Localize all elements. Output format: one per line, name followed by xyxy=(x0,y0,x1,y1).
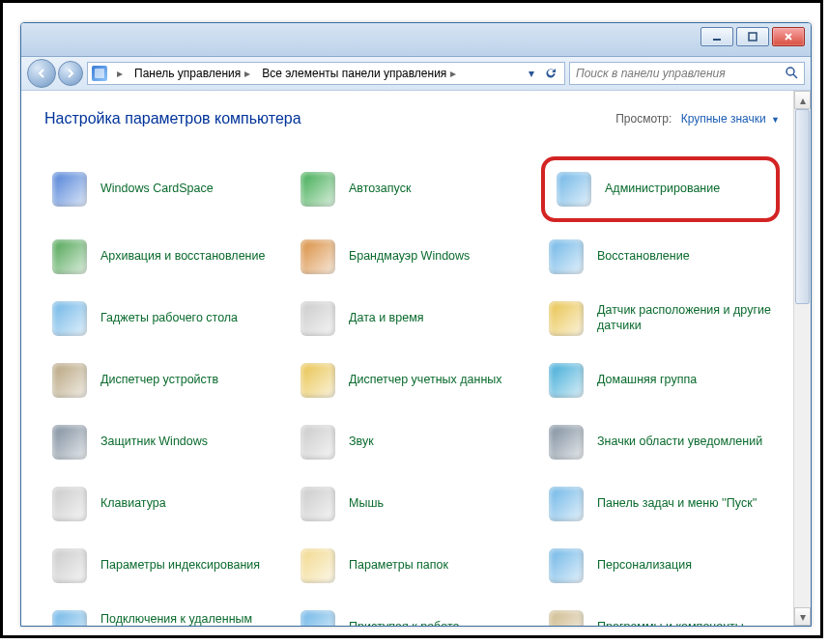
cp-item-recovery[interactable]: Восстановление xyxy=(541,230,780,284)
breadcrumb-seg[interactable]: Все элементы панели управления▸ xyxy=(258,63,460,84)
breadcrumb-seg[interactable]: Панель управления▸ xyxy=(130,63,254,84)
cp-item-notify[interactable]: Значки области уведомлений xyxy=(541,415,780,469)
svg-point-2 xyxy=(786,68,794,75)
control-panel-window: ▸ Панель управления▸ Все элементы панели… xyxy=(20,22,812,627)
cp-item-label[interactable]: Панель задач и меню ''Пуск'' xyxy=(597,496,757,512)
cp-item-indexing[interactable]: Параметры индексирования xyxy=(44,539,283,593)
control-panel-icon xyxy=(92,66,107,81)
cp-item-backup[interactable]: Архивация и восстановление xyxy=(44,230,283,284)
navigation-bar: ▸ Панель управления▸ Все элементы панели… xyxy=(21,57,811,91)
cp-item-label[interactable]: Архивация и восстановление xyxy=(100,249,265,265)
screenshot-frame: ▸ Панель управления▸ Все элементы панели… xyxy=(0,0,823,638)
autoplay-icon xyxy=(299,170,337,209)
notify-icon xyxy=(547,423,586,462)
indexing-icon xyxy=(50,546,89,585)
cp-item-taskbar[interactable]: Панель задач и меню ''Пуск'' xyxy=(541,477,780,531)
cp-item-autoplay[interactable]: Автозапуск xyxy=(293,156,531,222)
sensor-icon xyxy=(547,299,586,338)
cp-item-firewall[interactable]: Брандмауэр Windows xyxy=(293,230,531,284)
cp-item-label[interactable]: Подключения к удаленным рабочим xyxy=(100,612,277,626)
scrollbar-thumb[interactable] xyxy=(795,109,810,304)
chevron-down-icon: ▼ xyxy=(771,115,780,125)
devicemgr-icon xyxy=(50,361,89,400)
cp-item-sound[interactable]: Звук xyxy=(293,415,531,469)
search-placeholder: Поиск в панели управления xyxy=(576,67,726,80)
datetime-icon xyxy=(299,299,337,338)
cp-item-label[interactable]: Мышь xyxy=(349,496,384,512)
cp-item-label[interactable]: Дата и время xyxy=(349,311,424,326)
cp-item-label[interactable]: Звук xyxy=(349,434,374,450)
cp-item-label[interactable]: Значки области уведомлений xyxy=(597,434,762,450)
cp-item-label[interactable]: Брандмауэр Windows xyxy=(349,249,470,265)
cp-item-label[interactable]: Параметры папок xyxy=(349,558,448,574)
search-input[interactable]: Поиск в панели управления xyxy=(569,62,805,85)
nav-buttons xyxy=(27,59,83,88)
folderopts-icon xyxy=(299,546,337,585)
cp-item-datetime[interactable]: Дата и время xyxy=(293,292,531,346)
forward-button[interactable] xyxy=(58,61,83,86)
items-grid: Windows CardSpaceАвтозапускАдминистриров… xyxy=(44,156,780,626)
search-icon xyxy=(785,66,798,82)
cp-item-label[interactable]: Клавиатура xyxy=(100,496,166,512)
cp-item-personalize[interactable]: Персонализация xyxy=(541,539,780,593)
cp-item-label[interactable]: Параметры индексирования xyxy=(100,558,260,574)
cp-item-devicemgr[interactable]: Диспетчер устройств xyxy=(44,353,283,407)
content-area: Настройка параметров компьютера Просмотр… xyxy=(21,91,793,626)
cp-item-getstarted[interactable]: Приступая к работе xyxy=(293,601,531,626)
scroll-down-button[interactable]: ▾ xyxy=(794,607,811,626)
cp-item-label[interactable]: Домашняя группа xyxy=(597,373,697,388)
cp-item-label[interactable]: Диспетчер учетных данных xyxy=(349,373,502,388)
address-bar[interactable]: ▸ Панель управления▸ Все элементы панели… xyxy=(87,62,565,85)
cardspace-icon xyxy=(50,170,89,209)
cp-item-label[interactable]: Защитник Windows xyxy=(100,434,208,450)
maximize-button[interactable] xyxy=(736,27,769,46)
personalize-icon xyxy=(547,546,586,585)
breadcrumb-seg[interactable]: ▸ xyxy=(111,63,127,84)
cp-item-keyboard[interactable]: Клавиатура xyxy=(44,477,283,531)
view-selector[interactable]: Просмотр: Крупные значки ▼ xyxy=(615,112,780,126)
cp-item-label[interactable]: Приступая к работе xyxy=(349,620,459,626)
cp-item-label[interactable]: Администрирование xyxy=(605,182,720,197)
getstarted-icon xyxy=(299,608,337,626)
page-title: Настройка параметров компьютера xyxy=(44,110,301,127)
cp-item-label[interactable]: Windows CardSpace xyxy=(100,182,214,197)
back-button[interactable] xyxy=(27,59,56,88)
cp-item-credmgr[interactable]: Диспетчер учетных данных xyxy=(293,353,531,407)
cp-item-defender[interactable]: Защитник Windows xyxy=(44,415,283,469)
content-header: Настройка параметров компьютера Просмотр… xyxy=(44,110,780,127)
cp-item-label[interactable]: Программы и компоненты xyxy=(597,620,744,626)
mouse-icon xyxy=(299,485,337,523)
cp-item-mouse[interactable]: Мышь xyxy=(293,477,531,531)
svg-rect-0 xyxy=(713,39,721,41)
programs-icon xyxy=(547,608,586,626)
cp-item-cardspace[interactable]: Windows CardSpace xyxy=(44,156,283,222)
cp-item-admin[interactable]: Администрирование xyxy=(549,162,772,216)
scroll-up-button[interactable]: ▴ xyxy=(794,91,811,109)
vertical-scrollbar[interactable]: ▴ ▾ xyxy=(793,91,811,626)
cp-item-folderopts[interactable]: Параметры папок xyxy=(293,539,531,593)
credmgr-icon xyxy=(299,361,337,400)
cp-item-gadgets[interactable]: Гаджеты рабочего стола xyxy=(44,292,283,346)
admin-icon xyxy=(555,170,593,209)
cp-item-programs[interactable]: Программы и компоненты xyxy=(541,601,780,626)
title-bar xyxy=(21,23,811,57)
refresh-icon[interactable] xyxy=(543,66,558,81)
cp-item-label[interactable]: Автозапуск xyxy=(349,182,411,197)
cp-item-label[interactable]: Персонализация xyxy=(597,558,692,574)
cp-item-label[interactable]: Восстановление xyxy=(597,249,690,265)
svg-line-3 xyxy=(793,74,797,78)
gadgets-icon xyxy=(50,299,89,338)
rdp-icon xyxy=(50,608,89,626)
cp-item-rdp[interactable]: Подключения к удаленным рабочим xyxy=(44,601,283,626)
cp-item-label[interactable]: Диспетчер устройств xyxy=(100,373,218,388)
taskbar-icon xyxy=(547,485,586,523)
cp-item-label[interactable]: Гаджеты рабочего стола xyxy=(100,311,238,326)
close-button[interactable] xyxy=(772,27,805,46)
highlighted-item: Администрирование xyxy=(541,156,780,222)
minimize-button[interactable] xyxy=(700,27,733,46)
cp-item-sensor[interactable]: Датчик расположения и другие датчики xyxy=(541,292,780,346)
dropdown-icon[interactable]: ▾ xyxy=(524,66,539,81)
cp-item-label[interactable]: Датчик расположения и другие датчики xyxy=(597,303,774,333)
firewall-icon xyxy=(299,238,337,276)
cp-item-homegroup[interactable]: Домашняя группа xyxy=(541,353,780,407)
